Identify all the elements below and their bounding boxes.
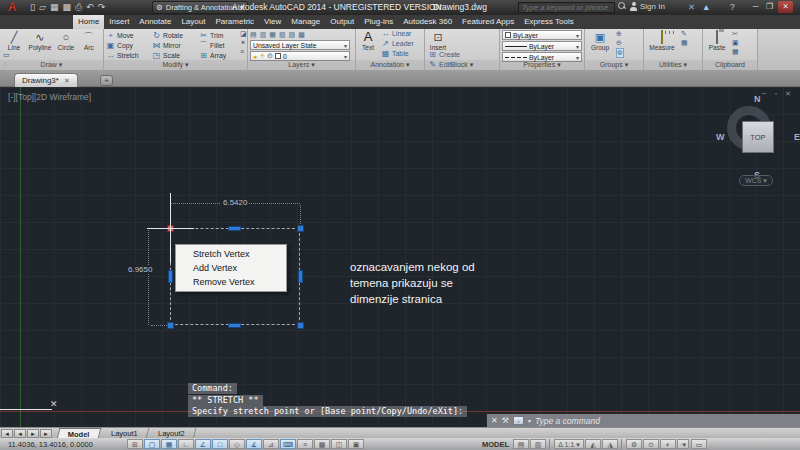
- layer-off-icon[interactable]: ▥: [260, 31, 267, 39]
- rotate-button[interactable]: ↻Rotate: [152, 30, 199, 40]
- help-icon[interactable]: ?: [730, 2, 735, 12]
- first-tab-nav-button[interactable]: ◄: [1, 429, 13, 438]
- grip-bottom-right[interactable]: [297, 322, 304, 329]
- tab-featured-apps[interactable]: Featured Apps: [457, 15, 519, 29]
- close-button[interactable]: ✕: [778, 1, 793, 13]
- copy-button[interactable]: ▣Copy: [106, 40, 152, 50]
- tab-layout[interactable]: Layout: [176, 15, 210, 29]
- grip-right-mid[interactable]: [298, 270, 303, 283]
- customize-command-icon[interactable]: ⚒: [502, 416, 509, 425]
- polyline-button[interactable]: ∿ Polyline: [28, 30, 52, 51]
- layer-properties-icon[interactable]: ▤: [250, 31, 257, 39]
- autodesk360-icon[interactable]: ▲: [702, 2, 710, 12]
- save-as-icon[interactable]: ▩: [62, 1, 71, 14]
- tab-parametric[interactable]: Parametric: [210, 15, 259, 29]
- insert-button[interactable]: ⊡ Insert: [427, 30, 449, 51]
- prev-tab-nav-button[interactable]: ◄: [14, 429, 26, 438]
- layer-freeze-icon[interactable]: ▧: [279, 31, 286, 39]
- app-menu-button[interactable]: A: [2, 1, 22, 14]
- copy-clip-icon[interactable]: ▣: [732, 39, 739, 47]
- tab-manage[interactable]: Manage: [286, 15, 325, 29]
- layers-panel-label[interactable]: Layers ▾: [248, 60, 355, 70]
- trim-button[interactable]: ✂Trim: [199, 30, 239, 40]
- viewcube-west[interactable]: W: [716, 132, 725, 142]
- tab-autodesk360[interactable]: Autodesk 360: [398, 15, 457, 29]
- dynamic-input-toggle[interactable]: ⌨: [280, 439, 296, 449]
- save-icon[interactable]: ▦: [50, 1, 59, 14]
- lineweight-dropdown[interactable]: ByLayer ▾: [502, 41, 582, 51]
- block-panel-label[interactable]: Block ▾: [425, 60, 499, 70]
- stretch-button[interactable]: ↔Stretch: [106, 50, 152, 60]
- open-icon[interactable]: ▱: [39, 1, 46, 14]
- plot-icon[interactable]: ⎙: [75, 1, 82, 14]
- line-button[interactable]: ╱ Line: [2, 30, 26, 51]
- last-tab-nav-button[interactable]: ►: [40, 429, 52, 438]
- redo-icon[interactable]: ↷: [98, 1, 106, 14]
- array-button[interactable]: ⊞Array: [199, 50, 239, 60]
- viewcube[interactable]: N S W E TOP: [716, 95, 800, 179]
- viewcube-east[interactable]: E: [794, 132, 800, 142]
- snap-toggle[interactable]: ▢: [144, 439, 160, 449]
- transparency-toggle[interactable]: ▩: [314, 439, 330, 449]
- tab-home[interactable]: Home: [73, 15, 104, 29]
- sign-in-button[interactable]: Sign In: [630, 2, 665, 11]
- close-command-icon[interactable]: ✕: [491, 416, 498, 425]
- tab-output[interactable]: Output: [325, 15, 359, 29]
- new-drawing-tab-button[interactable]: +: [100, 75, 113, 86]
- search-icon[interactable]: [618, 2, 626, 12]
- status-menu-icon[interactable]: ·▾: [677, 439, 689, 449]
- paste-button[interactable]: Paste: [705, 30, 729, 51]
- annotation-panel-label[interactable]: Annotation ▾: [356, 60, 424, 70]
- autoscale-icon[interactable]: ◮: [602, 439, 618, 449]
- undo-icon[interactable]: ↶: [86, 1, 94, 14]
- restore-button[interactable]: ❐: [762, 1, 777, 13]
- rectangle-icon[interactable]: ▭: [3, 51, 10, 59]
- modify-panel-label[interactable]: Modify ▾: [104, 60, 247, 70]
- fillet-button[interactable]: ⌒Fillet: [199, 40, 239, 50]
- command-line-bar[interactable]: ✕ ⚒ › ▾ Type a command: [487, 414, 800, 427]
- groups-panel-label[interactable]: Groups ▾: [585, 60, 643, 70]
- ungroup-icon[interactable]: ⊕: [616, 30, 624, 38]
- grid-toggle[interactable]: ▦: [161, 439, 177, 449]
- mirror-button[interactable]: ⋈Mirror: [152, 40, 199, 50]
- create-block-button[interactable]: ⊞Create: [428, 51, 482, 59]
- next-tab-nav-button[interactable]: ►: [27, 429, 39, 438]
- leader-button[interactable]: ↗Leader: [381, 40, 414, 48]
- ortho-toggle[interactable]: ∟: [178, 439, 194, 449]
- offset-icon[interactable]: ≡: [240, 48, 247, 56]
- selection-cycling-toggle[interactable]: ▣: [348, 439, 364, 449]
- measure-button[interactable]: Measure: [646, 30, 678, 51]
- arc-button[interactable]: ⌒ Arc: [80, 30, 98, 51]
- tab-layout1[interactable]: Layout1: [100, 428, 148, 439]
- annotation-scale-button[interactable]: Δ 1:1 ▾: [554, 439, 584, 449]
- viewport-controls-label[interactable]: [-][Top][2D Wireframe]: [8, 92, 91, 102]
- lock-ui-icon[interactable]: ⊙: [643, 439, 659, 449]
- draw-panel-label[interactable]: Draw ▾: [0, 60, 103, 70]
- explode-icon[interactable]: ✶: [240, 39, 247, 47]
- quick-calc-icon[interactable]: ▦: [681, 39, 688, 47]
- grip-left-mid[interactable]: [168, 270, 173, 283]
- quick-view-drawings-icon[interactable]: ▥: [530, 439, 546, 449]
- object-snap-toggle[interactable]: □: [212, 439, 228, 449]
- grip-top-mid[interactable]: [228, 226, 241, 231]
- object-color-dropdown[interactable]: ByLayer ▾: [502, 30, 582, 40]
- coordinates-display[interactable]: 11.4036, 13.4016, 0.0000: [8, 440, 126, 449]
- chevron-down-icon[interactable]: ▾: [528, 417, 531, 424]
- viewcube-top-face[interactable]: TOP: [742, 121, 774, 153]
- new-icon[interactable]: ▯: [30, 1, 35, 14]
- lineweight-toggle[interactable]: ≡: [297, 439, 313, 449]
- layer-state-dropdown[interactable]: Unsaved Layer State▾: [250, 40, 350, 50]
- quick-select-icon[interactable]: ✎: [681, 30, 688, 38]
- text-button[interactable]: A Text: [358, 30, 378, 51]
- utilities-panel-label[interactable]: Utilities ▾: [644, 60, 702, 70]
- table-button[interactable]: ▦Table: [381, 50, 414, 58]
- tab-model[interactable]: Model: [57, 428, 101, 439]
- object-snap-tracking-toggle[interactable]: ∡: [246, 439, 262, 449]
- isolate-objects-icon[interactable]: ◐: [660, 439, 676, 449]
- layer-lock-icon[interactable]: ▨: [289, 31, 296, 39]
- workspace-switching-icon[interactable]: ⚙: [626, 439, 642, 449]
- menu-item-stretch-vertex[interactable]: Stretch Vertex: [176, 247, 286, 261]
- 3d-object-snap-toggle[interactable]: ◇: [229, 439, 245, 449]
- clean-screen-button[interactable]: ▭: [691, 439, 707, 449]
- layer-match-icon[interactable]: ▩: [298, 31, 305, 39]
